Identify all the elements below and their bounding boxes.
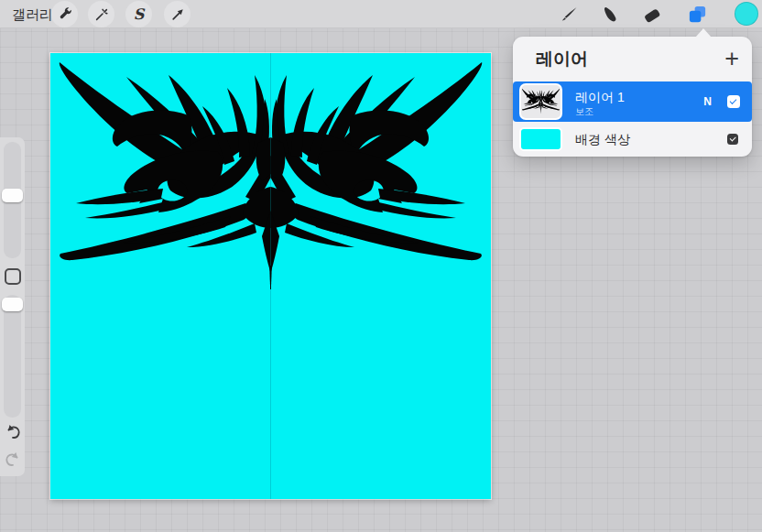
layer-thumbnail[interactable] [519,83,562,120]
brush-size-handle[interactable] [2,189,23,202]
layer-visibility-checkbox[interactable] [727,95,740,108]
color-swatch[interactable] [735,2,758,26]
undo-button[interactable] [3,422,23,442]
background-color-swatch[interactable] [519,127,562,151]
layers-panel: 레이어 + 레이어 1 보조 N 배경 색상 [513,37,752,157]
layer-assist-label: 보조 [575,105,593,118]
add-layer-button[interactable]: + [724,37,739,81]
smudge-icon [601,5,621,25]
drawing-canvas[interactable] [50,53,491,499]
selection-button[interactable]: S [125,1,152,27]
adjustments-button[interactable] [88,1,114,27]
background-visibility-checkbox[interactable] [727,134,738,145]
layer-row-selected[interactable]: 레이어 1 보조 N [513,81,752,122]
background-layer-row[interactable]: 배경 색상 [513,122,752,157]
paintbrush-icon [560,5,580,25]
checkmark-icon [730,97,737,104]
modify-button[interactable] [5,268,21,285]
checkmark-icon [729,135,735,141]
magic-wand-icon [93,6,110,23]
transform-button[interactable] [164,1,190,27]
brush-tool-button[interactable] [559,4,580,25]
undo-icon [3,422,23,442]
layers-panel-title: 레이어 [536,37,588,81]
opacity-slider[interactable] [4,295,21,418]
redo-icon [3,450,23,470]
procreate-workspace: 갤러리 S [0,0,762,532]
layer-name: 레이어 1 [575,90,625,106]
layers-icon [687,4,708,25]
background-layer-name: 배경 색상 [575,122,630,157]
selection-s-icon: S [134,7,145,22]
wrench-icon [57,6,73,23]
layer-thumbnail-art [521,85,561,118]
eraser-tool-button[interactable] [641,4,662,25]
opacity-handle[interactable] [2,298,23,311]
transform-arrow-icon [169,6,186,23]
blend-mode-button[interactable]: N [703,81,712,122]
eraser-icon [642,5,662,25]
layers-panel-header: 레이어 + [513,37,752,81]
actions-button[interactable] [51,1,78,27]
redo-button[interactable] [3,450,23,470]
top-toolbar: 갤러리 S [0,0,762,28]
layers-tool-button[interactable] [687,4,708,25]
gallery-button[interactable]: 갤러리 [12,0,53,28]
sidebar-controls [0,137,25,476]
smudge-tool-button[interactable] [600,4,621,25]
canvas-artwork [50,53,491,499]
